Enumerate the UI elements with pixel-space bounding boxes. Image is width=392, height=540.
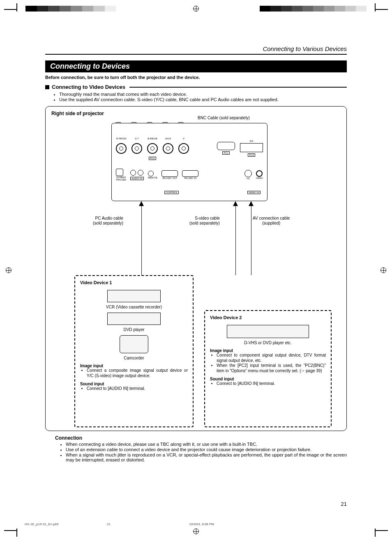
svideo-port-icon [244,170,252,177]
running-header: Connecting to Various Devices [45,45,347,55]
registration-mark [6,267,12,273]
intro-text: Before connection, be sure to turn off b… [45,75,347,80]
device-caption: DVD player [80,327,188,332]
trigger-port-icon [116,169,123,176]
panel-bottom-row: SCREEN TRIGGER AUDIO IN REMOTE RS-232C O… [116,169,263,181]
connection-heading: Connection [55,435,347,441]
pc-audio-cable-label: PC Audio cable (sold separately) [93,216,123,226]
bullet-item: Thoroughly read the manual that comes wi… [59,92,347,97]
port-label: PC3 [248,153,255,157]
page-content: Connecting to Various Devices Connecting… [45,45,347,507]
port-label: VIDEO [256,177,263,179]
serial-port-icon [182,170,198,177]
crop-marks-bottom [0,524,392,540]
subheading-rule [129,87,347,88]
bnc-cable-label: BNC Cable (sold separately) [198,116,250,121]
bnc-port-icon [147,143,158,154]
port-label: Y/C [244,177,252,180]
port-label: PC2 [149,157,156,160]
serial-port-icon [161,170,178,177]
sound-input-heading: Sound input [210,377,326,381]
subheading-text: Connecting to Video Devices [52,84,125,90]
panel-top-row: R PR/CR G Y B PB/CB H/CS V PC1 DVI PC3 [116,140,263,157]
arrow-up-icon [249,201,254,206]
port-label: R PR/CR [116,137,127,140]
minijack-port-icon [130,170,136,176]
rca-port-icon [256,170,263,177]
bullet-item: Connect to [AUDIO IN] terminal. [217,381,326,387]
camcorder-illustration [120,335,148,353]
port-label: PC1 [222,151,230,155]
port-label: REMOTE [148,176,158,179]
port-label: RS-232C IN [182,177,198,179]
minijack-port-icon [138,170,143,176]
minijack-port-icon [148,171,154,176]
port-label: VIDEO IN [247,191,261,194]
registration-mark [193,6,199,12]
connector-line [235,206,236,275]
port-label: SCREEN TRIGGER [116,176,126,181]
bnc-port-icon [163,143,173,154]
bullet-item: Connect to [AUDIO IN] terminal. [87,386,188,392]
projector-rear-panel: R PR/CR G Y B PB/CB H/CS V PC1 DVI PC3 P… [111,123,267,201]
dvi-port-icon [240,143,263,152]
dvd-illustration [107,313,161,325]
port-label: G Y [135,137,139,140]
square-bullet-icon [45,85,49,89]
device-box-title: Video Device 2 [210,315,326,320]
video-device-2-box: Video Device 2 D-VHS or DVD player etc. … [204,310,332,427]
bnc-port-icon [116,143,127,154]
connector-line [141,206,142,275]
device-caption: Camcorder [80,356,188,360]
bullet-item: When connecting a video device, please u… [66,442,347,447]
image-input-heading: Image input [80,364,188,368]
port-label: H/CS [165,137,171,140]
video-device-1-box: Video Device 1 VCR (Video cassette recor… [74,275,194,427]
image-input-heading: Image input [210,348,326,353]
arrow-up-icon [139,201,144,206]
bullet-item: Connect a composite image signal output … [87,368,188,378]
dvhs-illustration [227,325,309,338]
port-label: AUDIO IN [130,177,144,180]
device-caption: D-VHS or DVD player etc. [210,341,326,345]
subhead-bullets: Thoroughly read the manual that comes wi… [45,92,347,102]
diagram-title: Right side of projector [51,111,341,116]
bnc-port-icon [131,143,142,154]
port-label: CONTROL [164,191,179,194]
vga-port-icon [217,142,235,150]
port-label: B PB/CB [148,137,157,140]
vcr-illustration [107,290,161,302]
port-label: DVI [240,140,263,142]
subheading: Connecting to Video Devices [45,84,347,90]
bullet-item: When the [PC2] input terminal is used, t… [217,363,326,373]
bnc-port-icon [178,143,189,154]
bullet-item: Connect to component signal output devic… [217,353,326,363]
connection-bullets: When connecting a video device, please u… [45,442,347,462]
bullet-item: Use of an extension cable to connect a v… [66,447,347,452]
connector-line [251,206,251,275]
port-label: RS-232C OUT [161,177,178,179]
bullet-item: Use the supplied AV connection cable. S-… [59,97,347,102]
bullet-item: When a signal with much jitter is reprod… [66,452,347,462]
device-caption: VCR (Video cassette recorder) [80,305,188,309]
svideo-cable-label: S-video cable (sold separately) [189,216,220,226]
page-number: 21 [341,501,347,507]
port-label: V [183,137,184,140]
device-box-title: Video Device 1 [80,280,188,285]
sound-input-heading: Sound input [80,382,188,386]
av-cable-label: AV connection cable (supplied) [253,216,290,226]
registration-mark [380,267,386,273]
connection-diagram: Right side of projector BNC Cable (sold … [45,106,347,431]
arrow-up-icon [233,201,238,206]
section-title-bar: Connecting to Devices [45,60,347,72]
